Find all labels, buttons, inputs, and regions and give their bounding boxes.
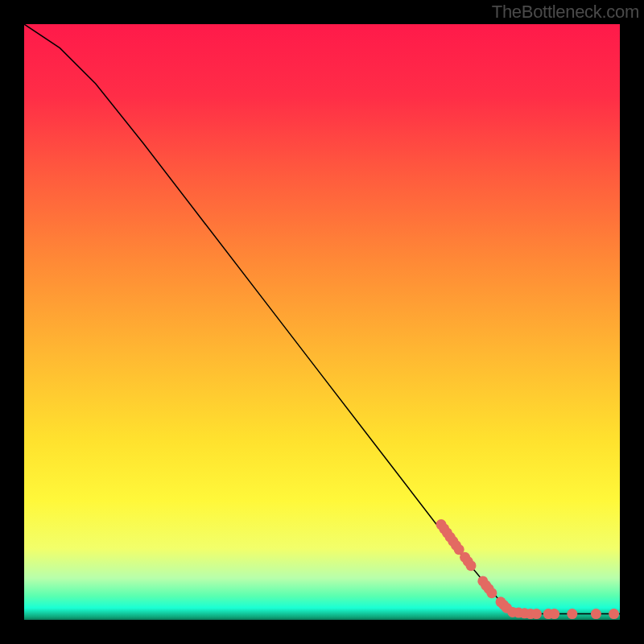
data-point [549,609,559,619]
data-point [466,560,477,571]
data-point [591,609,601,619]
bottleneck-curve [24,24,620,614]
data-point [567,609,577,619]
chart-overlay [24,24,620,620]
plot-area [24,24,620,620]
watermark-text: TheBottleneck.com [492,2,639,23]
data-markers [436,519,620,619]
data-point [609,609,619,619]
data-point [486,588,497,598]
data-point [531,609,542,619]
